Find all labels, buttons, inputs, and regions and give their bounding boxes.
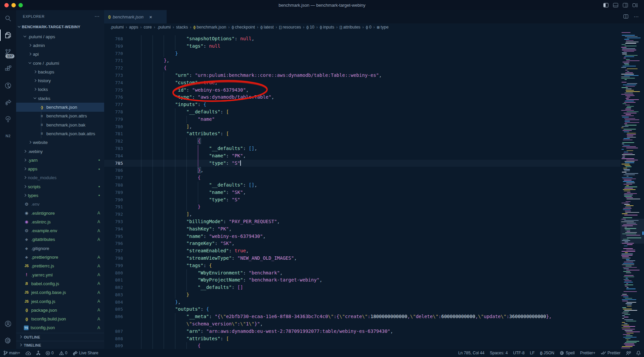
code-line-772[interactable]: 772{ — [104, 64, 620, 72]
status-live-share[interactable]: Live Share — [73, 351, 98, 355]
explorer-more-actions-icon[interactable]: ⋯ — [94, 13, 99, 19]
code-line-788[interactable]: 788"__defaults": [], — [104, 182, 620, 189]
customize-layout-icon[interactable] — [633, 3, 638, 7]
code-line-wrap[interactable]: \"schema_version\":\"1\"}", — [104, 320, 620, 328]
code-line-794[interactable]: 794"hashKey": "PK", — [104, 225, 620, 233]
sidebar-folder-scripts[interactable]: scripts● — [16, 182, 104, 191]
code-line-809[interactable]: 809{ — [104, 342, 620, 349]
sidebar-file-.gitignore[interactable]: ◆.gitignore — [16, 244, 104, 253]
code-line-803[interactable]: 803} — [104, 291, 620, 299]
breadcrumb-item-stacks[interactable]: stacks — [176, 25, 188, 30]
code-lines[interactable]: 768"snapshotOptions": null,769"tags": nu… — [104, 31, 620, 349]
code-line-779[interactable]: 779"name" — [104, 116, 620, 123]
activity-nx-console-icon[interactable]: N2 — [0, 128, 16, 144]
breadcrumb-item-inputs[interactable]: {}inputs — [320, 25, 334, 30]
sidebar-file-benchmark.json.attrs[interactable]: ≡benchmark.json.attrs — [16, 112, 104, 120]
code-line-786[interactable]: 786}, — [104, 167, 620, 174]
sidebar-file-.prettierrc.js[interactable]: JS.prettierrc.jsA — [16, 262, 104, 270]
sidebar-folder-.webiny[interactable]: .webiny — [16, 147, 104, 156]
code-line-792[interactable]: 792], — [104, 211, 620, 218]
sidebar-folder-admin[interactable]: admin — [16, 41, 104, 50]
sidebar-file-jest.config.base.js[interactable]: JSjest.config.base.jsA — [16, 288, 104, 297]
activity-run-debug-icon[interactable] — [0, 77, 16, 94]
breadcrumb-item-resources[interactable]: [ ]resources — [279, 25, 301, 30]
code-line-785[interactable]: 785"type": "S" — [104, 160, 620, 167]
sidebar-file-babel.config.js[interactable]: Bbabel.config.jsA — [16, 279, 104, 288]
code-line-777[interactable]: 777"inputs": { — [104, 101, 620, 108]
status-ln-785-col-44[interactable]: Ln 785, Col 44 — [458, 351, 484, 355]
code-line-789[interactable]: 789"name": "SK", — [104, 189, 620, 196]
timeline-section-header[interactable]: TIMELINE — [16, 341, 104, 349]
code-line-782[interactable]: 782{ — [104, 138, 620, 145]
code-line-804[interactable]: 804}, — [104, 299, 620, 306]
status-lf[interactable]: LF — [530, 351, 534, 355]
activity-account-icon[interactable] — [0, 315, 16, 332]
code-line-798[interactable]: 798"streamViewType": "NEW_AND_OLD_IMAGES… — [104, 255, 620, 262]
more-actions-icon[interactable]: ⋯ — [634, 14, 639, 20]
outline-section-header[interactable]: OUTLINE — [16, 333, 104, 341]
sidebar-folder-website[interactable]: website — [16, 138, 104, 147]
sidebar-folder-stacks[interactable]: stacks — [16, 94, 104, 103]
code-line-784[interactable]: 784"name": "PK", — [104, 152, 620, 160]
sidebar-file-.prettierignore[interactable]: ◆.prettierignoreA — [16, 253, 104, 261]
close-tab-icon[interactable]: × — [149, 14, 152, 20]
status-json[interactable]: {}JSON — [540, 351, 554, 355]
code-line-770[interactable]: 770} — [104, 50, 620, 57]
toggle-sidebar-icon[interactable] — [603, 3, 608, 7]
code-line-807[interactable]: 807"arn": "arn:aws:dynamodb:eu-west-2:78… — [104, 328, 620, 335]
activity-extensions-icon[interactable] — [0, 60, 16, 77]
activity-explorer-icon[interactable] — [0, 27, 16, 44]
code-line-774[interactable]: 774"custom": true, — [104, 79, 620, 87]
breadcrumb-item-type[interactable]: ⊞type — [377, 25, 389, 30]
sidebar-folder-core-.pulumi[interactable]: core / .pulumi — [16, 59, 104, 67]
code-line-773[interactable]: 773"urn": "urn:pulumi:benchmark::core::a… — [104, 72, 620, 79]
code-line-776[interactable]: 776"type": "aws:dynamodb/table:Table", — [104, 94, 620, 101]
breadcrumb-item-0[interactable]: {}0 — [366, 25, 372, 30]
breadcrumb-item-10[interactable]: {}10 — [306, 25, 314, 30]
breadcrumb-item-benchmark.json[interactable]: {}benchmark.json — [193, 25, 226, 30]
sidebar-file-.yarnrc.yml[interactable]: !.yarnrc.ymlA — [16, 270, 104, 279]
status-main+[interactable]: main+ — [3, 351, 20, 355]
code-line-780[interactable]: 780], — [104, 123, 620, 131]
sidebar-file-.example.env[interactable]: ⚙.example.envA — [16, 226, 104, 235]
code-line-793[interactable]: 793"billingMode": "PAY_PER_REQUEST", — [104, 218, 620, 225]
breadcrumb-item-.pulumi[interactable]: .pulumi — [110, 25, 124, 30]
code-line-808[interactable]: 808"attributes": [ — [104, 335, 620, 343]
sidebar-file-jest.config.js[interactable]: JSjest.config.jsA — [16, 297, 104, 306]
code-line-800[interactable]: 800"WbyEnvironment": "benchmark", — [104, 269, 620, 277]
minimize-window-button[interactable] — [11, 3, 16, 7]
code-line-769[interactable]: 769"tags": null — [104, 43, 620, 50]
minimap-slider[interactable] — [620, 219, 644, 244]
sidebar-file-benchmark.json[interactable]: {}benchmark.json — [16, 103, 104, 111]
close-window-button[interactable] — [4, 3, 9, 7]
toggle-secondary-sidebar-icon[interactable] — [623, 3, 628, 7]
code-line-771[interactable]: 771}, — [104, 57, 620, 64]
minimap[interactable] — [620, 31, 644, 349]
breadcrumb-item-apps[interactable]: apps — [129, 25, 138, 30]
sidebar-file-.eslintignore[interactable]: ◉.eslintignoreA — [16, 209, 104, 217]
code-line-802[interactable]: 802"__defaults": [] — [104, 284, 620, 291]
tab-benchmark-json[interactable]: {} benchmark.json × — [104, 10, 167, 23]
activity-settings-icon[interactable] — [0, 332, 16, 349]
code-line-768[interactable]: 768"snapshotOptions": null, — [104, 35, 620, 43]
sidebar-file-.env[interactable]: ⚙.env — [16, 200, 104, 209]
breadcrumb-item-core[interactable]: core — [143, 25, 152, 30]
code-line-795[interactable]: 795"name": "webiny-es-6379430", — [104, 233, 620, 240]
status-feedback[interactable] — [626, 351, 631, 355]
sidebar-folder-apps[interactable]: apps● — [16, 164, 104, 173]
sidebar-file-benchmark.json.bak.attrs[interactable]: ≡benchmark.json.bak.attrs — [16, 129, 104, 138]
code-line-799[interactable]: 799"tags": { — [104, 262, 620, 269]
sidebar-file-package.json[interactable]: {}package.jsonA — [16, 306, 104, 314]
sidebar-file-tsconfig.build.json[interactable]: {}tsconfig.build.jsonA — [16, 315, 104, 323]
activity-source-control-icon[interactable]: 137 — [0, 44, 16, 60]
sidebar-folder-.yarn[interactable]: .yarn● — [16, 156, 104, 164]
sidebar-file-tsconfig.json[interactable]: TStsconfig.jsonA — [16, 323, 104, 332]
code-line-806[interactable]: 806"__meta": "{\"e2bfb730-ecaa-11e6-8f88… — [104, 313, 620, 320]
code-line-778[interactable]: 778"__defaults": [ — [104, 108, 620, 116]
sidebar-folder-locks[interactable]: locks — [16, 85, 104, 94]
code-line-796[interactable]: 796"rangeKey": "SK", — [104, 240, 620, 247]
status-prettier+[interactable]: Prettier+ — [580, 351, 596, 355]
status-prettier[interactable]: Prettier — [601, 351, 620, 355]
code-line-791[interactable]: 791} — [104, 203, 620, 211]
breadcrumb-item-attributes[interactable]: [ ]attributes — [340, 25, 360, 30]
